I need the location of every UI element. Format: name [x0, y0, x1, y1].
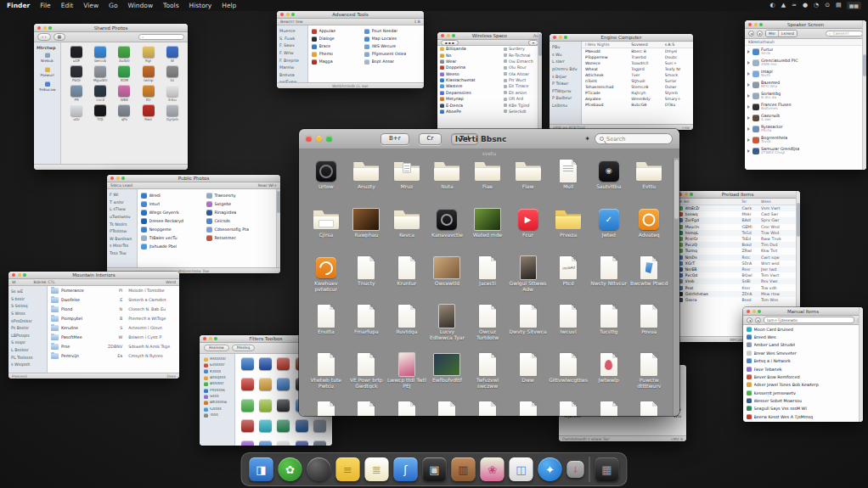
sidebar-item[interactable]: Bsslssr	[202, 381, 232, 387]
app-icon-cell[interactable]: uGr	[65, 104, 87, 121]
header-left[interactable]: W	[12, 280, 16, 284]
search-input[interactable]: ⌕ Cwsssrrl	[826, 31, 863, 36]
sidebar-item[interactable]: s MssrTss	[110, 243, 134, 250]
list-row[interactable]: Gsera Bssd Tsm Wss	[675, 297, 800, 303]
file-item[interactable]: Pfgreusent Oslea	[364, 50, 421, 58]
back-button[interactable]	[748, 31, 754, 36]
file-item[interactable]: Brace	[311, 42, 361, 50]
menu-item[interactable]: Edit	[61, 2, 74, 9]
table-row[interactable]: Pfcebaud BubcGB DTBa	[582, 102, 693, 108]
list-row[interactable]: Vssb SsBl Rsv Vws	[675, 278, 800, 284]
window-interiors[interactable]: Mountain Interiors W Bdelsk CTL Wsrd Ss …	[8, 272, 179, 379]
minimize-icon[interactable]	[754, 23, 758, 26]
file-cell[interactable]: Tucsttg	[589, 305, 629, 353]
sidebar-item[interactable]: s Wsqssh	[11, 362, 44, 369]
app-icon-cell[interactable]: Gyrpm	[161, 104, 183, 121]
file-cell[interactable]: Enutta	[306, 305, 347, 353]
sidebar-item[interactable]: Bssqsss	[202, 375, 232, 381]
file-cell[interactable]: Cjirsa	[306, 208, 347, 256]
sidebar-item[interactable]: s Wu	[552, 52, 578, 59]
menu-item[interactable]: Finder	[7, 2, 30, 9]
sidebar-item[interactable]: S. Fuwk	[279, 36, 305, 43]
sidebar-item[interactable]: PBu	[552, 44, 578, 52]
app-icon-cell[interactable]	[240, 378, 255, 395]
app-icon-cell[interactable]: Rwn	[138, 104, 160, 121]
list-row[interactable]: PvczQ Bskd Tlm Dvd	[675, 242, 800, 248]
app-icon-cell[interactable]: bercvb	[89, 46, 111, 63]
file-cell[interactable]: Evttu	[628, 160, 669, 208]
window-advanced-tools[interactable]: Advanced Tools Bew/rrr tew 1 B MuenceS. …	[277, 11, 424, 88]
sidebar-item[interactable]: P Bwlbsvr	[552, 95, 578, 103]
list-row[interactable]: Depansoires Elt anion	[437, 90, 542, 96]
file-item[interactable]: Dresee Reckaryd	[140, 216, 203, 225]
file-cell[interactable]: Wated mde	[467, 208, 508, 256]
sidebar-item[interactable]: Brelvsa	[279, 72, 305, 80]
sidebar-item[interactable]: Trebucow	[37, 81, 58, 92]
app-icon-cell[interactable]	[257, 357, 273, 375]
sidebar-item[interactable]: Esssssr	[202, 362, 232, 368]
file-cell[interactable]: Vtwtwb tute Pwtcu	[306, 353, 347, 401]
app-icon-cell[interactable]: Autbtr	[113, 46, 135, 63]
list-row[interactable]: Mvucln GEMl Cssr Wsd	[675, 224, 800, 230]
file-cell[interactable]: Twfvzvwl swczww	[467, 353, 508, 401]
tab[interactable]: Rsslssw	[204, 345, 229, 352]
list-row[interactable]: E-Denca KBe Tgind	[437, 102, 542, 108]
sidebar-item[interactable]: P Tslawr	[552, 81, 578, 88]
file-cell[interactable]: Iwcuvl	[548, 305, 589, 353]
file-cell[interactable]: Tnucty	[347, 256, 387, 305]
file-item[interactable]: Inturl	[140, 199, 203, 208]
close-icon[interactable]	[306, 136, 312, 142]
table-row[interactable]: PTicade Rajtcyh Stynrb	[582, 90, 693, 96]
file-item[interactable]: Bopt Ansar	[364, 58, 421, 65]
column-header[interactable]: Tsr	[741, 199, 758, 204]
scrollbar-thumb[interactable]	[863, 54, 866, 76]
sidebar-item[interactable]: S ssqsr	[11, 339, 44, 347]
forward-button[interactable]	[757, 31, 763, 36]
app-icon-cell[interactable]	[294, 440, 309, 446]
search-input[interactable]: Search	[595, 133, 673, 144]
segment[interactable]: Lsrsed	[779, 31, 797, 36]
outline-row[interactable]: Frances Flusen Bidtvmes	[745, 101, 866, 112]
sidebar-item[interactable]: F. Breprte	[279, 58, 305, 65]
file-item[interactable]: Map Locales	[364, 35, 421, 42]
app-icon-cell[interactable]: Rgr	[138, 46, 160, 63]
sidebar-item[interactable]: Ss wE	[11, 289, 44, 296]
app-icon-cell[interactable]: rwlnp	[138, 65, 160, 82]
outline-row[interactable]: Bogrrenthela Tsvcb	[745, 135, 866, 146]
sidebar-item[interactable]: L slarr	[552, 59, 578, 66]
file-cell[interactable]: Anuzty	[347, 160, 387, 208]
table-row[interactable]: Attichevk Tver Smock	[582, 72, 693, 78]
close-icon[interactable]	[747, 310, 750, 313]
file-cell[interactable]: Kanavavctie	[427, 208, 468, 256]
app-icon-cell[interactable]: TQL	[89, 104, 111, 121]
back-button[interactable]: ‹ ›	[37, 33, 51, 41]
app-icon-cell[interactable]	[276, 419, 291, 437]
column-header[interactable]: s.B.S	[665, 42, 690, 47]
app-icon-cell[interactable]	[313, 419, 328, 437]
dock-icon[interactable]	[307, 457, 331, 481]
minimize-icon[interactable]	[286, 13, 290, 16]
scrollbar-thumb[interactable]	[277, 191, 280, 213]
file-cell[interactable]: Mull	[548, 160, 589, 208]
sidebar-item[interactable]: L Bsslssr	[11, 347, 44, 355]
status-icon[interactable]: ▲	[781, 3, 786, 8]
window-engine-computer[interactable]: Engine Computer PBus WuL slarrpOsmrv Bdv…	[550, 34, 693, 130]
path-field[interactable]: Iam+Tjdesewto	[764, 317, 854, 323]
file-cell[interactable]: Jwtwwlp	[589, 353, 629, 401]
dock-icon[interactable]: ≡	[336, 457, 360, 481]
file-cell[interactable]: Povua	[628, 305, 669, 353]
table-row[interactable]: nToint StJhudr Surlar	[582, 78, 693, 84]
close-icon[interactable]	[110, 177, 114, 180]
menu-item[interactable]: History	[189, 2, 212, 9]
finder-window-main[interactable]: B+rCrTul Iverti Bbsnc ✦ Search svetu Urt…	[299, 129, 679, 416]
sidebar-item[interactable]: Rssslssr	[202, 356, 232, 362]
list-row[interactable]: Brear Wes Smeveter	[743, 349, 863, 356]
list-row[interactable]: Doppelna Olu Rour	[437, 65, 542, 70]
window-wireless-space[interactable]: Wireless Space Aw ▪ ▪ ▪ ▾ Billiqanda Sur…	[437, 32, 542, 134]
file-cell[interactable]: Owcuz Turtdotw	[467, 305, 508, 353]
minimize-icon[interactable]	[209, 337, 212, 340]
sidebar-item[interactable]: Ps Bsslsr	[11, 325, 44, 333]
dock-icon[interactable]: ≣	[365, 457, 389, 481]
minimize-icon[interactable]	[685, 193, 688, 196]
view-icons-button[interactable]: ▪ ▪ ▪	[441, 40, 459, 46]
